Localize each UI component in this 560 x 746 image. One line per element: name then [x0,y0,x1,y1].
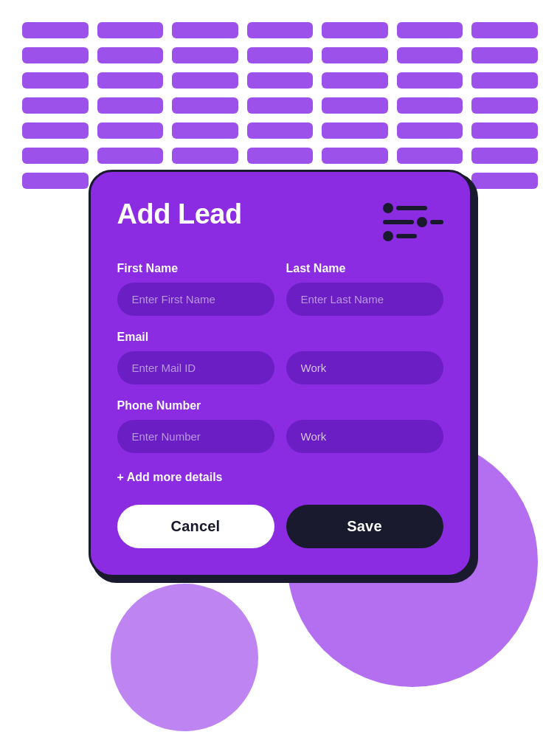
dot [172,97,238,114]
dot [22,97,89,114]
dot [471,122,538,139]
dot [247,148,314,164]
dot [22,72,89,89]
dot [172,148,238,164]
dot [247,97,314,114]
dot [397,97,463,114]
dot [22,122,89,139]
modal-footer: Cancel Save [117,505,443,548]
email-input[interactable] [117,351,274,384]
background-circle-small [111,584,258,731]
first-name-group: First Name [117,262,274,316]
last-name-group: Last Name [286,262,443,316]
dot [471,72,538,89]
dot [397,22,463,38]
filter-line-2 [383,217,443,227]
dot [172,22,238,38]
filter-bar [430,220,443,224]
dot [97,47,164,63]
dot [471,22,538,38]
add-more-details[interactable]: + Add more details [117,471,223,484]
dot [172,122,238,139]
dot [471,47,538,63]
dot [97,148,164,164]
dot [322,47,388,63]
email-pair: Work Personal Other [117,351,443,384]
dot [22,148,89,164]
phone-section: Phone Number Work Mobile Home [117,399,443,453]
modal-title: Add Lead [117,198,242,230]
filter-dot [383,231,393,241]
first-name-input[interactable] [117,283,274,316]
filter-dot [383,203,393,213]
dot [172,47,238,63]
dot [172,72,238,89]
dot [397,148,463,164]
add-lead-modal: Add Lead First Name Last Name [89,170,472,577]
last-name-label: Last Name [286,262,443,275]
dot [322,97,388,114]
dot [247,72,314,89]
phone-label: Phone Number [117,399,443,412]
first-name-label: First Name [117,262,274,275]
dot [97,122,164,139]
dot [22,47,89,63]
dot [97,97,164,114]
cancel-button[interactable]: Cancel [117,505,274,548]
dot [22,173,89,189]
filter-icon[interactable] [383,203,443,241]
filter-bar [383,220,414,224]
email-section: Email Work Personal Other [117,331,443,384]
dot [471,173,538,189]
filter-bar [396,206,427,210]
dot [471,97,538,114]
dot [97,72,164,89]
dot [397,47,463,63]
dot [247,47,314,63]
phone-pair: Work Mobile Home [117,420,443,453]
dot [471,148,538,164]
dot [397,122,463,139]
filter-line-3 [383,231,443,241]
dot [397,72,463,89]
dot [322,122,388,139]
save-button[interactable]: Save [286,505,443,548]
phone-type-select[interactable]: Work Mobile Home [286,420,443,453]
dot [247,22,314,38]
dot [22,22,89,38]
dot [322,72,388,89]
dot [247,122,314,139]
phone-input[interactable] [117,420,274,453]
filter-bar [396,234,417,238]
dot-grid [22,22,538,189]
modal-header: Add Lead [117,198,443,241]
name-row: First Name Last Name [117,262,443,316]
email-type-select[interactable]: Work Personal Other [286,351,443,384]
last-name-input[interactable] [286,283,443,316]
dot [322,148,388,164]
email-label: Email [117,331,443,344]
filter-line-1 [383,203,443,213]
dot [322,22,388,38]
dot [97,22,164,38]
filter-dot [417,217,427,227]
